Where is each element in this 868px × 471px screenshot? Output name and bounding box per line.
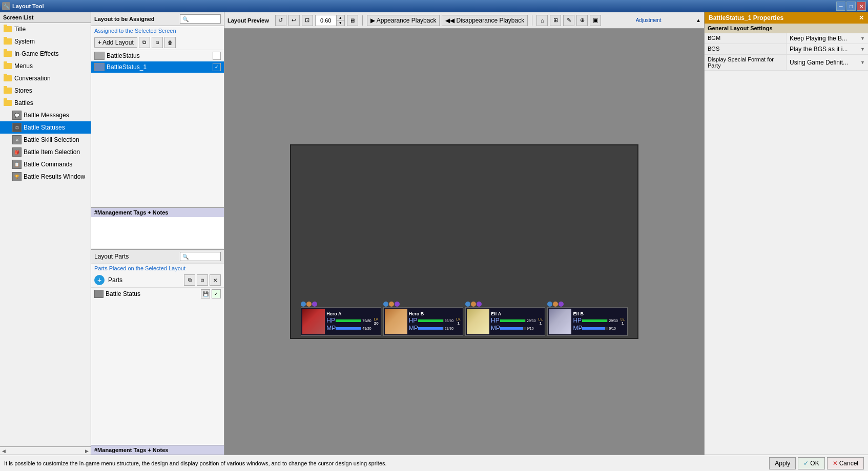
sidebar-item-system[interactable]: System [0, 35, 91, 48]
add-layout-button[interactable]: + Add Layout [94, 37, 137, 48]
sidebar-item-label: In-Game Effects [14, 50, 58, 57]
ok-button[interactable]: ✓ OK [798, 457, 824, 469]
layout-parts-search-input[interactable] [180, 252, 221, 261]
screen-list-footer: ◀ ▶ [0, 446, 91, 455]
sidebar-item-battle-results[interactable]: 🏆 Battle Results Window [0, 170, 91, 183]
prop-section-header: General Layout Settings [705, 24, 868, 33]
properties-header: BattleStatus_1 Properties ✕ [705, 12, 868, 24]
fit-button[interactable]: ⊡ [302, 15, 313, 26]
sidebar-item-conversation[interactable]: Conversation [0, 72, 91, 84]
sidebar-item-battle-messages[interactable]: 💬 Battle Messages [0, 109, 91, 121]
elf-b-lv-val: 1 [622, 321, 624, 326]
preview-toolbar: Layout Preview ↺ ↩ ⊡ 0.60 ▲ ▼ 🖥 ▶ Appear… [224, 12, 704, 29]
minimize-button[interactable]: ─ [836, 2, 845, 11]
layout-item-icon [94, 63, 105, 71]
zoom-input[interactable]: 0.60 [316, 17, 336, 24]
sidebar-item-stores[interactable]: Stores [0, 84, 91, 97]
image-button[interactable]: ▣ [590, 15, 601, 26]
parts-save-button[interactable]: 💾 [201, 289, 210, 298]
hero-b-lv-val: 1 [457, 321, 459, 326]
copy-parts-button[interactable]: ⧉ [184, 274, 195, 286]
apply-button[interactable]: Apply [769, 457, 796, 469]
preview-inner: Hero A HP 79/80 MP [290, 144, 638, 339]
layout-check[interactable] [213, 52, 221, 60]
pencil-button[interactable]: ✎ [563, 15, 574, 26]
preview-area: Layout Preview ↺ ↩ ⊡ 0.60 ▲ ▼ 🖥 ▶ Appear… [224, 12, 704, 455]
layout-search-input[interactable] [180, 14, 221, 24]
layout-panel-title: Layout to be Assigned [94, 16, 155, 22]
monitor-button[interactable]: 🖥 [347, 15, 358, 26]
sidebar-item-label: Menus [14, 62, 33, 70]
layout-item-battlestatus[interactable]: BattleStatus [91, 50, 224, 61]
delete-layout-button[interactable]: 🗑 [164, 37, 176, 48]
parts-item-battle-status[interactable]: Battle Status 💾 ✓ [91, 288, 224, 300]
sidebar-item-battle-item-selection[interactable]: 🎒 Battle Item Selection [0, 146, 91, 158]
cancel-button[interactable]: ✕ Cancel [827, 457, 864, 469]
panel-collapse-button[interactable]: ▲ [696, 17, 701, 23]
bgs-dropdown-arrow[interactable]: ▼ [860, 47, 865, 52]
sidebar-item-battle-commands[interactable]: 📋 Battle Commands [0, 158, 91, 170]
elf-b-mp-bar-bg [582, 327, 608, 330]
sidebar-item-battles[interactable]: Battles [0, 97, 91, 109]
elf-a-stats: Elf A HP 29/30 MP [491, 311, 536, 332]
add-parts-button[interactable]: + [94, 275, 105, 285]
hero-a-hp-row: HP 79/80 [326, 317, 371, 324]
plus-icon: + [98, 39, 101, 46]
sidebar-item-title[interactable]: Title [0, 23, 91, 35]
bgm-dropdown-arrow[interactable]: ▼ [860, 36, 865, 41]
app-title: Layout Tool [12, 3, 44, 9]
display-format-dropdown-arrow[interactable]: ▼ [860, 60, 865, 65]
prop-val-bgm-text: Keep Playing the B... [790, 35, 847, 42]
cancel-label: Cancel [839, 460, 858, 467]
mp-label: MP [491, 325, 499, 332]
copy-layout-button[interactable]: ⧉ [139, 37, 150, 48]
elf-a-name: Elf A [491, 311, 536, 316]
refresh-button[interactable]: ↺ [275, 15, 286, 26]
play-icon: ▶ [370, 17, 375, 24]
zoom-down-arrow[interactable]: ▼ [336, 20, 344, 26]
adjustment-button[interactable]: Adjustment [634, 16, 664, 24]
hero-b-mp-bar [418, 327, 443, 330]
disappearance-playback-button[interactable]: ◀◀ Disappearance Playback [442, 15, 528, 26]
char-icon-2 [389, 302, 394, 307]
prop-val-bgs[interactable]: Play the BGS as it i... ▼ [787, 44, 868, 54]
sidebar-item-menus[interactable]: Menus [0, 60, 91, 72]
hero-a-hp-val: 79/80 [362, 319, 371, 323]
elf-b-name: Elf B [573, 311, 618, 316]
home-button[interactable]: ⌂ [536, 15, 548, 26]
layout-check-checked[interactable]: ✓ [213, 63, 221, 71]
parts-check-button[interactable]: ✓ [212, 289, 221, 298]
sidebar-item-battle-skill-selection[interactable]: ⚔ Battle Skill Selection [0, 134, 91, 146]
disappearance-playback-label: Disappearance Playback [456, 17, 524, 24]
paste-parts-button[interactable]: ⧇ [197, 274, 208, 286]
battle-skill-icon: ⚔ [12, 135, 22, 144]
hero-b-stats: Hero B HP 59/60 MP [409, 311, 454, 332]
close-button[interactable]: ✕ [857, 2, 866, 11]
appearance-playback-button[interactable]: ▶ Appearance Playback [367, 15, 440, 26]
sidebar-item-battle-statuses[interactable]: ⊡ Battle Statuses [0, 121, 91, 134]
prop-val-display-format[interactable]: Using Game Definit... ▼ [787, 55, 868, 70]
add-layout-label: Add Layout [102, 39, 134, 46]
mp-label: MP [409, 325, 417, 332]
properties-title: BattleStatus_1 Properties [709, 14, 783, 22]
scroll-left-arrow[interactable]: ◀ [2, 448, 6, 454]
delete-parts-button[interactable]: ✕ [210, 274, 221, 286]
elf-b-hp-bar-bg [582, 319, 608, 322]
zoom-up-arrow[interactable]: ▲ [336, 15, 344, 20]
layout-assignment-panel: Layout to be Assigned Assigned to the Se… [91, 12, 224, 455]
titlebar-controls[interactable]: ─ □ ✕ [836, 2, 866, 11]
sidebar-item-ingame-effects[interactable]: In-Game Effects [0, 48, 91, 60]
properties-collapse-icon[interactable]: ✕ [859, 14, 864, 22]
grid-button[interactable]: ⊞ [550, 15, 561, 26]
hero-a-level: Lv. 20 [373, 317, 380, 326]
layout-item-battlestatus-1[interactable]: BattleStatus_1 ✓ [91, 61, 224, 73]
undo-button[interactable]: ↩ [288, 15, 300, 26]
cursor-button[interactable]: ⊕ [576, 15, 588, 26]
scroll-right-arrow[interactable]: ▶ [85, 448, 89, 454]
maximize-button[interactable]: □ [846, 2, 856, 11]
char-icon-3 [559, 302, 564, 307]
prop-val-bgm[interactable]: Keep Playing the B... ▼ [787, 33, 868, 44]
elf-a-hp-bar-bg [500, 319, 526, 322]
mgmt-textarea[interactable] [91, 217, 224, 248]
paste-layout-button[interactable]: ⧇ [152, 37, 163, 48]
